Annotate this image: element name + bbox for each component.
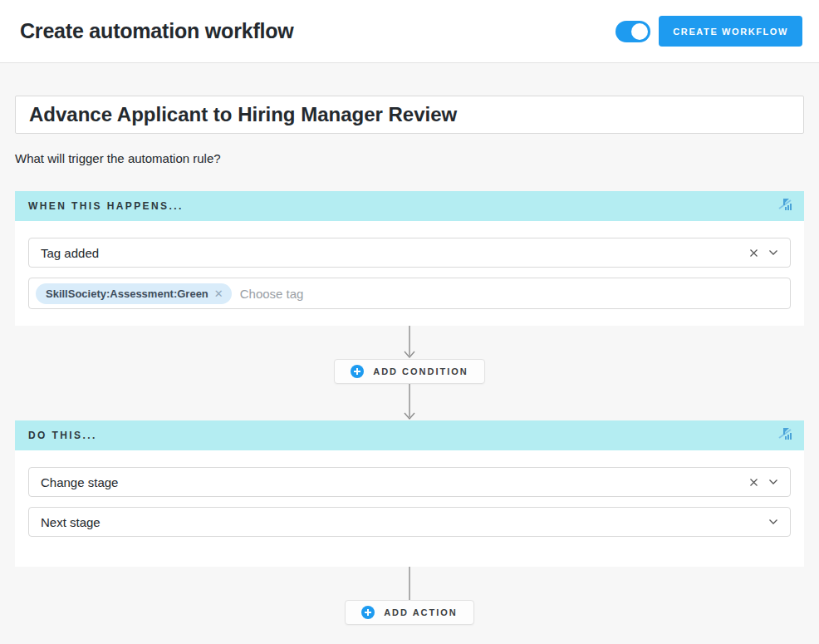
workflow-enabled-toggle[interactable] <box>615 21 650 42</box>
page-title: Create automation workflow <box>20 19 294 43</box>
plus-icon <box>361 606 375 619</box>
when-section-header: WHEN THIS HAPPENS... <box>15 191 804 221</box>
workflow-name-input[interactable] <box>15 96 804 134</box>
connector-arrow-down <box>402 384 417 420</box>
stage-select[interactable]: Next stage <box>28 507 791 537</box>
create-workflow-button[interactable]: CREATE WORKFLOW <box>659 16 802 47</box>
add-condition-button[interactable]: ADD CONDITION <box>334 359 485 384</box>
top-bar-actions: CREATE WORKFLOW <box>615 16 802 47</box>
when-section: WHEN THIS HAPPENS... Tag added <box>15 191 804 326</box>
tag-picker[interactable]: SkillSociety:Assessment:Green ✕ <box>28 278 791 309</box>
connector-arrow-down <box>402 326 417 359</box>
top-bar: Create automation workflow CREATE WORKFL… <box>0 0 819 63</box>
trigger-question-text: What will trigger the automation rule? <box>15 151 804 165</box>
when-section-body: Tag added SkillSociety:Assessment:Green … <box>15 221 804 326</box>
do-section: DO THIS... Change stage <box>15 420 804 567</box>
remove-tag-icon[interactable]: ✕ <box>214 288 223 300</box>
chevron-down-icon[interactable] <box>768 249 778 256</box>
clear-icon[interactable] <box>749 478 758 487</box>
do-section-label: DO THIS... <box>28 430 97 441</box>
trigger-select[interactable]: Tag added <box>28 238 791 268</box>
workflow-editor: What will trigger the automation rule? W… <box>0 96 819 625</box>
add-action-label: ADD ACTION <box>384 607 458 617</box>
automation-chart-icon <box>777 426 792 445</box>
add-action-button[interactable]: ADD ACTION <box>345 600 474 625</box>
automation-chart-icon <box>777 197 792 215</box>
clear-icon[interactable] <box>749 248 758 258</box>
action-select[interactable]: Change stage <box>28 467 791 497</box>
when-section-label: WHEN THIS HAPPENS... <box>28 200 184 212</box>
selected-tag-label: SkillSociety:Assessment:Green <box>46 288 208 300</box>
toggle-knob <box>631 23 648 40</box>
choose-tag-input[interactable] <box>240 287 783 301</box>
trigger-select-value: Tag added <box>41 246 749 260</box>
add-condition-label: ADD CONDITION <box>373 366 468 376</box>
chevron-down-icon[interactable] <box>768 479 778 485</box>
do-section-body: Change stage Next stage <box>15 450 804 567</box>
connector-line <box>402 567 417 600</box>
selected-tag-chip[interactable]: SkillSociety:Assessment:Green ✕ <box>36 283 232 304</box>
chevron-down-icon[interactable] <box>768 519 778 525</box>
action-select-value: Change stage <box>41 475 749 489</box>
plus-icon <box>351 365 364 378</box>
do-section-header: DO THIS... <box>15 420 804 450</box>
stage-select-value: Next stage <box>41 515 768 529</box>
